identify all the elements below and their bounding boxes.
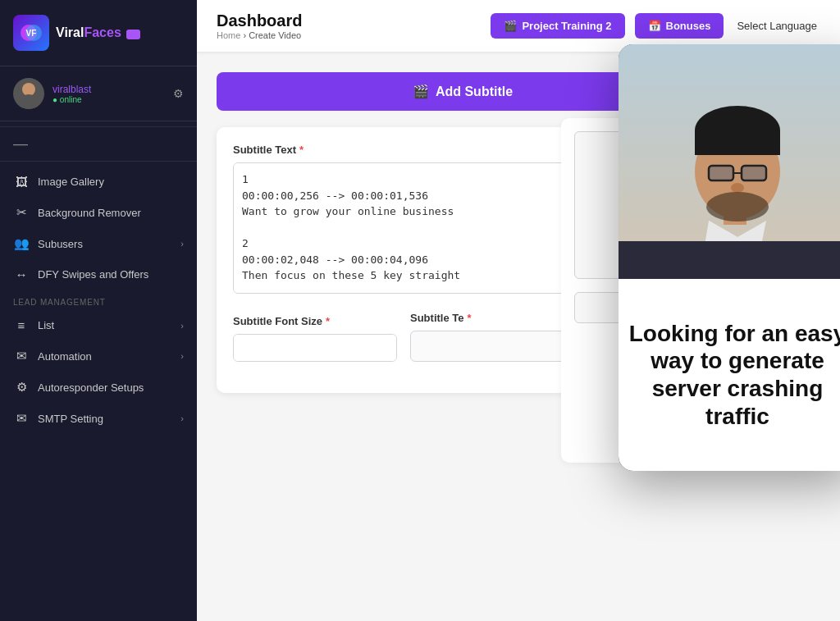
video-bg (619, 44, 840, 279)
content-area: 🎬 Add Subtitle Subtitle Text * 1 00:00:0… (197, 53, 840, 413)
sidebar-item-background-remover[interactable]: ✂ Background Remover (0, 197, 197, 228)
svg-rect-13 (742, 166, 766, 180)
sidebar-item-automation[interactable]: ✉ Automation › (0, 340, 197, 372)
sidebar-divider-2 (0, 161, 197, 162)
main-content: Dashboard Home › Create Video 🎬 Project … (197, 0, 840, 621)
topbar-right: 🎬 Project Training 2 📅 Bonuses Select La… (491, 13, 820, 39)
bonuses-button[interactable]: 📅 Bonuses (635, 13, 724, 39)
required-star-font: * (326, 315, 330, 327)
sidebar-item-smtp[interactable]: ✉ SMTP Setting › (0, 403, 197, 434)
automation-icon: ✉ (13, 349, 30, 363)
sidebar-item-dfy-swipes[interactable]: ↔ DFY Swipes and Offers (0, 259, 197, 290)
svg-point-16 (706, 192, 769, 221)
smtp-arrow-icon: › (180, 413, 184, 423)
required-star-subtitle: * (299, 144, 304, 156)
breadcrumb-home[interactable]: Home (217, 30, 240, 40)
breadcrumb-separator: › (243, 30, 246, 40)
svg-point-15 (731, 183, 744, 193)
nav-label-subusers: Subusers (38, 238, 83, 250)
page-title: Dashboard (217, 11, 302, 30)
background-remover-icon: ✂ (13, 205, 30, 220)
nav-label-image-gallery: Image Gallery (38, 176, 104, 188)
nav-label-automation: Automation (38, 350, 92, 363)
sidebar-item-subusers[interactable]: 👥 Subusers › (0, 228, 197, 259)
list-icon: ≡ (13, 318, 30, 332)
lead-management-section-label: LEAD MANAGEMENT (0, 290, 197, 310)
add-subtitle-icon: 🎬 (413, 84, 429, 99)
svg-point-3 (22, 83, 35, 96)
logo-icon: VF (13, 15, 49, 51)
automation-arrow-icon: › (180, 351, 184, 361)
caption-text: Looking for an easy way to generate serv… (628, 320, 840, 430)
project-training-button[interactable]: 🎬 Project Training 2 (491, 13, 624, 39)
image-gallery-icon: 🖼 (13, 175, 30, 189)
font-size-field[interactable]: 20 (234, 335, 397, 361)
user-section: viralblast ● online ⚙ (0, 66, 197, 121)
font-size-input-wrapper: 20 ▲ ▼ (233, 334, 397, 362)
sidebar: VF ViralFaces AI viralblast ● online ⚙ — (0, 0, 197, 621)
nav-label-background-remover: Background Remover (38, 207, 141, 219)
sidebar-collapse-icon[interactable]: — (0, 132, 197, 156)
subusers-arrow-icon: › (180, 239, 184, 249)
logo-text: ViralFaces AI (56, 25, 140, 39)
sidebar-divider (0, 126, 197, 127)
user-name: viralblast (52, 84, 165, 95)
bonuses-label: Bonuses (666, 20, 711, 32)
user-status: ● online (52, 95, 165, 104)
subtitle-text-label-text: Subtitle Text (233, 144, 296, 156)
nav-label-dfy-swipes: DFY Swipes and Offers (38, 268, 148, 281)
breadcrumb-current: Create Video (249, 30, 301, 40)
project-training-icon: 🎬 (504, 20, 517, 32)
logo-badge: AI (126, 30, 140, 39)
add-subtitle-label: Add Subtitle (436, 84, 513, 99)
settings-icon[interactable]: ⚙ (173, 87, 184, 100)
sidebar-logo: VF ViralFaces AI (0, 0, 197, 66)
topbar-left: Dashboard Home › Create Video (217, 11, 302, 40)
font-size-label-text: Subtitle Font Size (233, 315, 322, 327)
font-size-label: Subtitle Font Size * (233, 315, 397, 327)
select-language-button[interactable]: Select Language (733, 13, 820, 39)
project-training-label: Project Training 2 (522, 20, 611, 32)
list-arrow-icon: › (180, 321, 184, 331)
nav-label-smtp: SMTP Setting (38, 413, 103, 425)
font-size-group: Subtitle Font Size * 20 ▲ ▼ (233, 315, 397, 362)
svg-rect-11 (695, 130, 780, 155)
bonuses-icon: 📅 (648, 20, 661, 32)
svg-rect-19 (619, 241, 840, 279)
required-star-color: * (467, 312, 471, 324)
sidebar-item-image-gallery[interactable]: 🖼 Image Gallery (0, 167, 197, 197)
svg-rect-12 (709, 166, 733, 180)
smtp-icon: ✉ (13, 411, 30, 426)
dfy-swipes-icon: ↔ (13, 267, 30, 281)
logo-highlight: Faces (84, 25, 121, 39)
nav-label-list: List (38, 319, 54, 331)
sidebar-item-list[interactable]: ≡ List › (0, 310, 197, 340)
user-info: viralblast ● online (52, 84, 165, 104)
nav-label-autoresponder: Autoresponder Setups (38, 381, 144, 394)
breadcrumb: Home › Create Video (217, 30, 302, 40)
video-preview: Looking for an easy way to generate serv… (619, 44, 840, 471)
svg-text:VF: VF (26, 29, 37, 38)
subusers-icon: 👥 (13, 236, 30, 251)
video-caption: Looking for an easy way to generate serv… (619, 279, 840, 471)
subtitle-text-partial-label-text: Subtitle Te (410, 312, 463, 324)
sidebar-nav: 🖼 Image Gallery ✂ Background Remover 👥 S… (0, 167, 197, 434)
svg-point-4 (19, 94, 39, 109)
autoresponder-icon: ⚙ (13, 380, 30, 395)
sidebar-item-autoresponder[interactable]: ⚙ Autoresponder Setups (0, 372, 197, 403)
avatar (13, 78, 44, 109)
